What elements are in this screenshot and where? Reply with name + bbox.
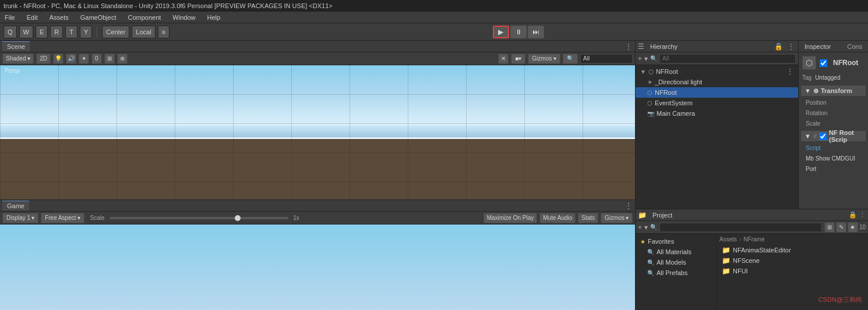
- tool-e[interactable]: E: [36, 26, 48, 38]
- aspect-dropdown[interactable]: Free Aspect ▾: [41, 213, 84, 223]
- play-button[interactable]: ▶: [493, 26, 509, 38]
- path-nframe[interactable]: NFrame: [743, 236, 764, 243]
- hierarchy-search-input[interactable]: [659, 54, 796, 63]
- project-lock-icon[interactable]: 🔒: [849, 211, 857, 219]
- menu-component[interactable]: Component: [125, 13, 163, 22]
- project-toolbar: + ▾ 🔍 ⊞ ✎ ★ 10: [636, 221, 868, 234]
- light-toggle[interactable]: 💡: [53, 54, 63, 64]
- local-button[interactable]: Local: [132, 26, 155, 38]
- camera-size-dropdown[interactable]: ■▾: [511, 54, 525, 64]
- project-all-materials[interactable]: 🔍 All Materials: [636, 247, 717, 257]
- scale-value: 1x: [293, 215, 299, 221]
- project-file-nfui[interactable]: 📁 NFUI: [719, 266, 866, 276]
- gizmos-dropdown[interactable]: Gizmos ▾: [528, 54, 560, 64]
- game-gizmos-dropdown[interactable]: Gizmos ▾: [601, 213, 633, 223]
- game-panel-options[interactable]: ⋮: [624, 201, 633, 211]
- hierarchy-lock-icon[interactable]: 🔒: [773, 42, 784, 51]
- tool-y[interactable]: Y: [80, 26, 92, 38]
- project-search-input[interactable]: [659, 223, 822, 232]
- inspector-tag-value[interactable]: Untagged: [815, 74, 840, 81]
- inspector-title: Inspector: [801, 43, 834, 50]
- step-button[interactable]: ⏭: [528, 26, 544, 38]
- inspector-script-section[interactable]: ▼ # NF Root (Scrip: [801, 131, 866, 141]
- hierarchy-item-options[interactable]: ⋮: [786, 67, 793, 76]
- menu-window[interactable]: Window: [170, 13, 197, 22]
- tool-q[interactable]: Q: [3, 26, 17, 38]
- project-view-btn-1[interactable]: ⊞: [824, 222, 835, 233]
- project-file-nfscene[interactable]: 📁 NFScene: [719, 255, 866, 266]
- game-tab[interactable]: Game: [2, 201, 29, 211]
- scene-tab[interactable]: Scene: [2, 41, 30, 51]
- path-assets[interactable]: Assets: [719, 236, 737, 243]
- inspector-rotation-row: Rotation: [801, 108, 866, 118]
- project-options-icon[interactable]: ⋮: [859, 211, 866, 219]
- inspector-active-checkbox[interactable]: [820, 59, 827, 67]
- project-view-btns: ⊞ ✎ ★ 10: [824, 222, 866, 233]
- inspector-tag-label: Tag: [802, 74, 811, 81]
- inspector-script-field[interactable]: Script: [801, 142, 866, 153]
- 2d-button[interactable]: 2D: [36, 54, 51, 64]
- hierarchy-dropdown-icon[interactable]: ▾: [644, 55, 648, 63]
- extra-button[interactable]: ≡: [158, 26, 170, 38]
- hierarchy-label-directional: _Directional light: [655, 79, 702, 85]
- tool-t[interactable]: T: [65, 26, 77, 38]
- project-favorites-folder[interactable]: ★ Favorites: [636, 236, 717, 247]
- grid-overlay: [0, 65, 635, 199]
- audio-toggle[interactable]: 🔊: [66, 54, 76, 64]
- all-prefabs-label: All Prefabs: [657, 269, 687, 276]
- search-scene-dropdown[interactable]: 🔍: [563, 54, 578, 64]
- project-dropdown-icon[interactable]: ▾: [644, 223, 648, 231]
- tool-w[interactable]: W: [19, 26, 33, 38]
- project-icon-count: 10: [859, 224, 866, 230]
- more-btn[interactable]: ⊕: [117, 54, 128, 64]
- hierarchy-item-maincamera[interactable]: 📷 Main Camera: [636, 108, 798, 119]
- pause-button[interactable]: ⏸: [510, 26, 527, 38]
- script-active-checkbox[interactable]: [819, 133, 827, 140]
- hierarchy-plus-icon[interactable]: +: [638, 55, 642, 63]
- script-section-hash: #: [813, 133, 817, 140]
- menu-edit[interactable]: Edit: [24, 13, 40, 22]
- hierarchy-options-icon[interactable]: ⋮: [786, 42, 796, 51]
- hierarchy-item-nfroot[interactable]: ⬡ NFRoot: [636, 87, 798, 98]
- project-view-btn-2[interactable]: ✎: [836, 222, 846, 233]
- hierarchy-search-bar: + ▾ 🔍: [636, 52, 798, 65]
- transform-label: Transform: [821, 87, 852, 94]
- scene-close-icon[interactable]: ✕: [498, 54, 509, 64]
- hierarchy-item-nfroot-parent[interactable]: ▼ ⬡ NFRoot ⋮: [636, 66, 798, 77]
- display-dropdown[interactable]: Display 1 ▾: [2, 213, 38, 223]
- menu-help[interactable]: Help: [204, 13, 223, 22]
- hierarchy-item-directional[interactable]: ☀ _Directional light: [636, 77, 798, 87]
- project-plus-icon[interactable]: +: [638, 223, 642, 231]
- hierarchy-search-icon: 🔍: [650, 55, 657, 62]
- effects-toggle[interactable]: ✦: [79, 54, 89, 64]
- top-right: ☰ Hierarchy 🔒 ⋮ + ▾ 🔍 ▼: [636, 41, 868, 209]
- project-all-models[interactable]: 🔍 All Models: [636, 257, 717, 268]
- center-button[interactable]: Center: [102, 26, 129, 38]
- project-menu-icon: 📁: [638, 211, 647, 219]
- scale-slider-handle[interactable]: [235, 215, 241, 221]
- scene-search-input[interactable]: [580, 54, 633, 63]
- project-all-prefabs[interactable]: 🔍 All Prefabs: [636, 268, 717, 278]
- inspector-object-name: NFRoot: [833, 59, 858, 67]
- inspector-transform-header[interactable]: ▼ ⊕ Transform: [801, 85, 866, 96]
- hierarchy-label-nfroot-parent: NFRoot: [656, 68, 678, 75]
- menu-file[interactable]: File: [2, 13, 17, 22]
- mute-audio-btn[interactable]: Mute Audio: [539, 213, 576, 223]
- menu-gameobject[interactable]: GameObject: [78, 13, 119, 22]
- project-file-animastate[interactable]: 📁 NFAnimaStateEditor: [719, 245, 866, 255]
- folder-icon-nfscene: 📁: [722, 256, 731, 265]
- project-view-btn-3[interactable]: ★: [848, 222, 858, 233]
- cons-tab[interactable]: Cons: [844, 43, 866, 50]
- hierarchy-item-eventsystem[interactable]: ⬡ EventSystem: [636, 98, 798, 108]
- maximize-on-play-btn[interactable]: Maximize On Play: [484, 213, 538, 223]
- shading-dropdown[interactable]: Shaded ▾: [2, 54, 34, 64]
- scene-panel-options[interactable]: ⋮: [624, 42, 633, 51]
- effects-num[interactable]: 0: [91, 54, 102, 64]
- stats-btn[interactable]: Stats: [578, 213, 598, 223]
- grid-toggle[interactable]: ⊞: [104, 54, 115, 64]
- menu-assets[interactable]: Assets: [47, 13, 71, 22]
- hierarchy-arrow-nfroot: ▼: [640, 69, 646, 75]
- aspect-arrow: ▾: [77, 215, 80, 221]
- tool-r[interactable]: R: [50, 26, 63, 38]
- inspector-position-row: Position: [801, 97, 866, 108]
